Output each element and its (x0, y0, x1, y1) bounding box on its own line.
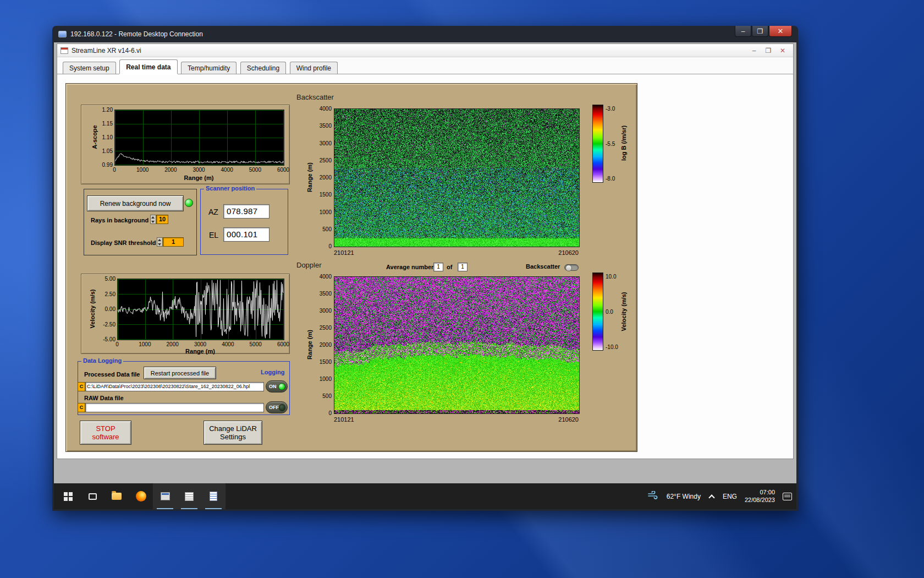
snr-value-field[interactable]: 1 (163, 237, 184, 247)
ascope-plot (114, 110, 284, 166)
rdp-title: 192.168.0.122 - Remote Desktop Connectio… (70, 30, 203, 38)
backscatter-colorbar (592, 105, 603, 183)
settings-line2: Settings (220, 433, 246, 441)
raw-data-file-label: RAW Data file (84, 395, 124, 401)
on-led (278, 383, 285, 390)
background-status-led (185, 199, 193, 207)
scan-scheduler-button[interactable] (177, 483, 201, 509)
backscatter-time-axis: 210121 210620 (334, 249, 579, 256)
rdp-maximize-button[interactable]: ❐ (752, 26, 768, 37)
scanner-position-title: Scanner position (204, 185, 256, 192)
snr-spinner[interactable] (157, 237, 163, 247)
task-view-button[interactable] (80, 483, 105, 509)
el-value-field[interactable]: 000.101 (223, 227, 270, 242)
streamline-app-icon (161, 492, 170, 500)
rdp-minimize-button[interactable]: – (735, 26, 751, 37)
folder-icon (112, 493, 122, 500)
settings-line1: Change LiDAR (209, 424, 257, 433)
doppler-heatmap (334, 276, 580, 414)
document-app-button[interactable] (201, 483, 226, 509)
backscatter-time-end: 210620 (558, 249, 579, 256)
tab-real-time-data[interactable]: Real time data (119, 59, 177, 74)
backscatter-display-toggle[interactable] (564, 264, 579, 271)
backscatter-time-start: 210121 (334, 249, 354, 256)
rays-in-background-label: Rays in background (91, 217, 148, 223)
on-label: ON (269, 384, 277, 389)
start-button[interactable] (56, 483, 80, 509)
processed-path-field[interactable]: C:\LiDAR\Data\Proc\2023\202308\20230822\… (85, 382, 264, 391)
taskbar: 62°F Windy ENG 07:00 22/08/2023 (54, 483, 796, 509)
rdp-titlebar[interactable]: 192.168.0.122 - Remote Desktop Connectio… (54, 26, 796, 42)
change-lidar-settings-button[interactable]: Change LiDAR Settings (204, 421, 262, 445)
doppler-time-axis: 210121 210620 (334, 416, 579, 423)
desktop: 192.168.0.122 - Remote Desktop Connectio… (0, 0, 924, 578)
backscatter-y-ticks: 40003500300025002000150010005000 (313, 108, 332, 246)
average-number-label: Average number (386, 264, 433, 270)
renew-background-button[interactable]: Renew background now (87, 195, 184, 211)
off-led (279, 404, 285, 411)
backscatter-toggle-label: Backscatter (526, 263, 560, 270)
backscatter-y-axis-label: Range (m) (306, 162, 313, 192)
stop-line2: software (92, 433, 119, 441)
restart-processed-file-button[interactable]: Restart processed file (144, 367, 216, 379)
data-logging-title: Data Logging (81, 357, 123, 364)
rdp-close-button[interactable]: ✕ (769, 26, 792, 37)
windows-logo-icon (64, 492, 73, 501)
streamline-app-window: StreamLine XR v14-6.vi – ❐ ✕ System setu… (57, 43, 794, 459)
remote-desktop-area: StreamLine XR v14-6.vi – ❐ ✕ System setu… (54, 42, 796, 509)
weather-text[interactable]: 62°F Windy (667, 493, 701, 500)
raw-path-browse-button[interactable]: C (78, 403, 85, 412)
ascope-y-ticks: 1.201.151.101.050.99 (90, 110, 113, 165)
stop-line1: STOP (96, 424, 115, 433)
streamline-app-button[interactable] (153, 483, 177, 509)
task-view-icon (89, 493, 97, 500)
app-titlebar[interactable]: StreamLine XR v14-6.vi – ❐ ✕ (57, 44, 793, 57)
doppler-y-axis-label: Range (m) (306, 330, 313, 359)
language-indicator[interactable]: ENG (723, 493, 737, 500)
tab-system-setup[interactable]: System setup (63, 62, 116, 74)
average-count-field[interactable]: 1 (458, 263, 468, 271)
backscatter-heatmap (334, 108, 580, 247)
az-label: AZ (208, 208, 218, 216)
front-panel-area: A-scope 1.201.151.101.050.99 01000200030… (57, 74, 793, 459)
snr-threshold-label: Display SNR threshold (91, 239, 156, 246)
tab-wind-profile[interactable]: Wind profile (290, 62, 338, 74)
ascope-x-ticks: 0100020003000400050006000 (114, 167, 283, 173)
app-window-controls: – ❐ ✕ (747, 44, 790, 57)
logging-label: Logging (261, 369, 284, 375)
doppler-colorbar-label: Velocity (m/s) (620, 292, 627, 331)
system-tray: 62°F Windy ENG 07:00 22/08/2023 (648, 489, 792, 504)
backscatter-colorbar-label: log B (/m/sr) (620, 126, 627, 161)
app-restore-button[interactable]: ❐ (761, 47, 776, 54)
raw-path-field[interactable] (85, 403, 264, 412)
tray-chevron-icon[interactable] (708, 493, 715, 500)
tab-scheduling[interactable]: Scheduling (240, 62, 286, 74)
taskbar-app-icons (56, 483, 226, 509)
file-explorer-button[interactable] (105, 483, 129, 509)
notification-center-icon[interactable] (783, 493, 792, 500)
ascope-graph: A-scope 1.201.151.101.050.99 01000200030… (81, 105, 290, 184)
doppler-colorbar (592, 272, 603, 351)
velocity-y-ticks: 5.002.500.00-2.50-5.00 (92, 279, 116, 339)
processed-path-browse-button[interactable]: C (78, 382, 85, 391)
average-number-field[interactable]: 1 (433, 263, 443, 271)
doppler-time-end: 210620 (558, 416, 579, 423)
velocity-plot (117, 279, 284, 340)
doppler-time-start: 210121 (334, 416, 354, 423)
stop-software-button[interactable]: STOP software (80, 421, 131, 445)
tab-temp-humidity[interactable]: Temp/humidity (181, 62, 237, 74)
app-title: StreamLine XR v14-6.vi (72, 47, 141, 54)
rays-value-field[interactable]: 10 (156, 215, 168, 224)
az-value-field[interactable]: 078.987 (223, 204, 270, 219)
velocity-x-axis-label: Range (m) (117, 348, 283, 355)
raw-logging-toggle[interactable]: OFF (266, 401, 288, 413)
taskbar-clock[interactable]: 07:00 22/08/2023 (745, 489, 775, 504)
app-close-button[interactable]: ✕ (776, 47, 790, 54)
processed-logging-toggle[interactable]: ON (266, 380, 288, 392)
tab-bar: System setup Real time data Temp/humidit… (57, 58, 793, 74)
app-minimize-button[interactable]: – (747, 47, 761, 54)
firefox-button[interactable] (129, 483, 153, 509)
rays-spinner[interactable] (150, 215, 156, 224)
rdp-window-controls: – ❐ ✕ (734, 26, 792, 37)
off-label: OFF (269, 405, 279, 410)
